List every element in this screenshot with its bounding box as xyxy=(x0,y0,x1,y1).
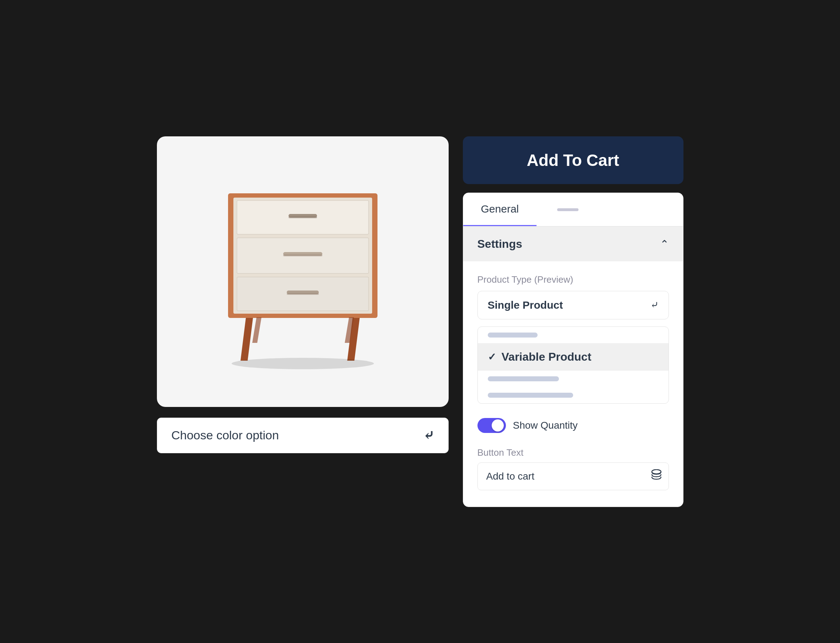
settings-title: Settings xyxy=(477,237,522,251)
database-icon[interactable] xyxy=(644,469,669,483)
svg-rect-10 xyxy=(287,293,319,295)
dropdown-placeholder-1 xyxy=(478,327,669,343)
right-panel: Add To Cart General Settings ⌃ Product T… xyxy=(463,136,684,507)
placeholder-line-short xyxy=(488,333,537,338)
settings-collapse-icon: ⌃ xyxy=(660,238,669,250)
check-mark-icon: ✓ xyxy=(488,351,496,363)
show-quantity-row: Show Quantity xyxy=(477,411,669,440)
tabs-row: General xyxy=(463,193,683,227)
button-text-label: Button Text xyxy=(477,447,669,458)
variable-product-label: Variable Product xyxy=(501,350,592,364)
svg-rect-4 xyxy=(288,217,317,218)
product-card xyxy=(157,136,449,407)
dropdown-placeholder-2 xyxy=(478,370,669,387)
settings-panel: General Settings ⌃ Product Type (Preview… xyxy=(463,193,684,507)
color-option-dropdown[interactable]: Choose color option ⤶ xyxy=(157,418,449,453)
settings-header[interactable]: Settings ⌃ xyxy=(463,227,683,261)
svg-point-11 xyxy=(232,358,374,369)
dropdown-item-variable[interactable]: ✓ Variable Product xyxy=(478,343,669,370)
color-dropdown-label: Choose color option xyxy=(171,428,279,442)
settings-body: Product Type (Preview) Single Product ⤶ … xyxy=(463,261,683,507)
product-type-dropdown[interactable]: Single Product ⤶ xyxy=(477,291,669,319)
left-panel: Choose color option ⤶ xyxy=(157,136,449,453)
product-type-label: Product Type (Preview) xyxy=(477,274,669,285)
placeholder-line-medium xyxy=(488,376,559,381)
tab-indicator xyxy=(557,208,578,211)
dresser-illustration xyxy=(207,172,399,371)
tab-general[interactable]: General xyxy=(463,193,537,226)
product-type-selected: Single Product xyxy=(488,299,563,311)
button-text-input[interactable] xyxy=(478,463,644,490)
product-image xyxy=(196,165,410,379)
add-to-cart-button[interactable]: Add To Cart xyxy=(463,136,684,184)
toggle-knob xyxy=(492,419,504,431)
dropdown-placeholder-3 xyxy=(478,387,669,403)
placeholder-line-long xyxy=(488,393,573,398)
color-dropdown-chevron-icon: ⤶ xyxy=(423,428,434,443)
button-text-input-row xyxy=(477,462,669,490)
show-quantity-label: Show Quantity xyxy=(513,420,578,431)
button-text-section: Button Text xyxy=(477,440,669,494)
svg-rect-7 xyxy=(283,255,322,256)
show-quantity-toggle[interactable] xyxy=(477,418,506,433)
tab-second[interactable] xyxy=(537,193,596,226)
product-type-chevron-icon: ⤶ xyxy=(650,299,659,311)
dropdown-open-panel: ✓ Variable Product xyxy=(477,326,669,404)
